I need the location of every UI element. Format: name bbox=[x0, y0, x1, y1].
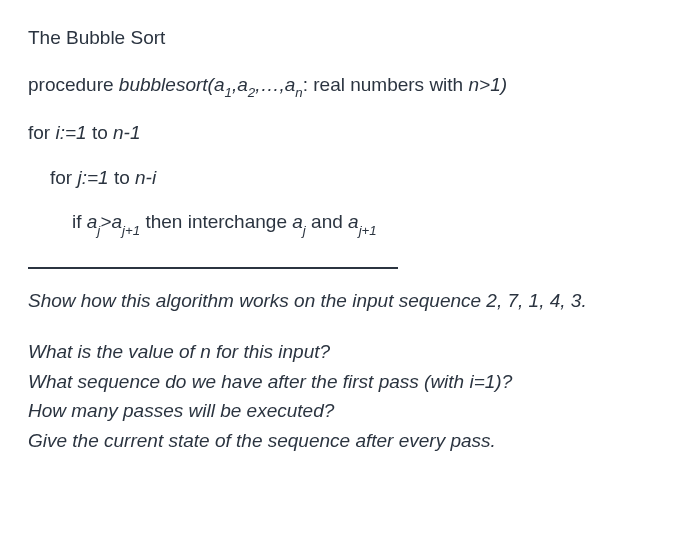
t: ,a bbox=[232, 74, 248, 95]
t: real numbers with bbox=[313, 74, 468, 95]
t: if bbox=[72, 211, 87, 232]
t: for bbox=[28, 122, 55, 143]
question-3: How many passes will be executed? bbox=[28, 396, 672, 425]
question-1: What is the value of n for this input? bbox=[28, 337, 672, 366]
t: n-i bbox=[135, 167, 156, 188]
sub: j bbox=[97, 223, 100, 238]
t: to bbox=[109, 167, 135, 188]
t: ,…,a bbox=[255, 74, 295, 95]
proc-name: bubblesort(a1,a2,…,an bbox=[119, 74, 303, 95]
sub: 1 bbox=[224, 85, 231, 100]
procedure-line: procedure bubblesort(a1,a2,…,an: real nu… bbox=[28, 71, 672, 102]
aj2: aj bbox=[292, 211, 306, 232]
sub: j+1 bbox=[122, 223, 140, 238]
cond: n>1) bbox=[468, 74, 507, 95]
for-i-line: for i:=1 to n-1 bbox=[28, 119, 672, 148]
page-title: The Bubble Sort bbox=[28, 24, 672, 53]
aj3: aj+1 bbox=[348, 211, 377, 232]
t: bubblesort(a bbox=[119, 74, 225, 95]
question-list: What is the value of n for this input? W… bbox=[28, 337, 672, 455]
t: and bbox=[306, 211, 348, 232]
t: >a bbox=[100, 211, 122, 232]
t: i:=1 bbox=[55, 122, 86, 143]
question-intro: Show how this algorithm works on the inp… bbox=[28, 287, 672, 316]
t: a bbox=[87, 211, 98, 232]
sub: n bbox=[295, 85, 302, 100]
t: then interchange bbox=[140, 211, 292, 232]
sub: 2 bbox=[248, 85, 255, 100]
question-4: Give the current state of the sequence a… bbox=[28, 426, 672, 455]
t: for bbox=[50, 167, 77, 188]
t: j:=1 bbox=[77, 167, 108, 188]
question-2: What sequence do we have after the first… bbox=[28, 367, 672, 396]
t: n-1 bbox=[113, 122, 140, 143]
if-line: if aj>aj+1 then interchange aj and aj+1 bbox=[72, 208, 672, 239]
t: to bbox=[87, 122, 113, 143]
for-j-line: for j:=1 to n-i bbox=[50, 164, 672, 193]
proc-keyword: procedure bbox=[28, 74, 119, 95]
t: a bbox=[292, 211, 303, 232]
aj: aj>aj+1 bbox=[87, 211, 140, 232]
t: a bbox=[348, 211, 359, 232]
t: : bbox=[303, 74, 314, 95]
divider bbox=[28, 267, 398, 269]
sub: j+1 bbox=[359, 223, 377, 238]
sub: j bbox=[303, 223, 306, 238]
